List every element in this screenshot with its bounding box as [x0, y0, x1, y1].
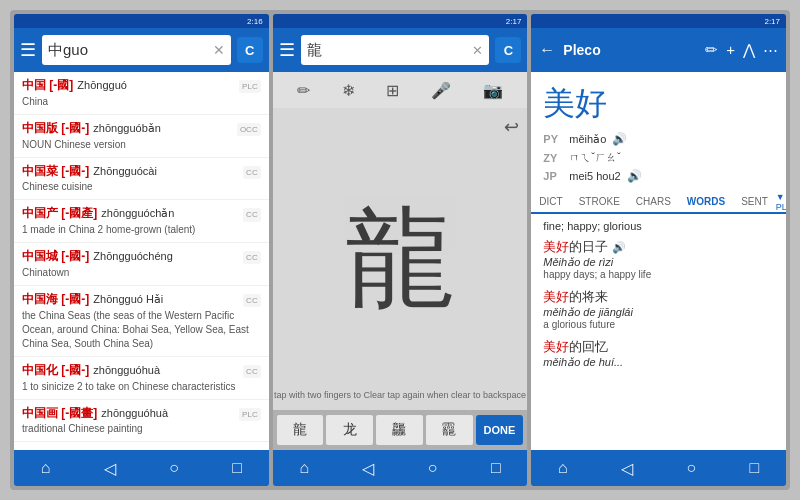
- circle-nav-icon-3[interactable]: ○: [687, 459, 697, 477]
- example-block-1[interactable]: 美好的日子 🔊 Měihǎo de rìzi happy days; a hap…: [543, 238, 774, 280]
- drawn-character: 龍: [345, 185, 455, 334]
- drawing-hint: tap with two fingers to Clear tap again …: [274, 390, 526, 400]
- p2-toolbar: ✏ ❄ ⊞ 🎤 📷: [273, 72, 528, 108]
- camera-icon[interactable]: 📷: [483, 81, 503, 100]
- jp-speaker-icon[interactable]: 🔊: [627, 169, 642, 183]
- example-block-3[interactable]: 美好的回忆 měihǎo de huí...: [543, 338, 774, 369]
- pencil-icon[interactable]: ✏: [297, 81, 310, 100]
- screenshot-container: 2:16 ☰ 中guo ✕ C 中国 [-國] Zhōngguó PLC Chi…: [10, 10, 790, 490]
- p3-content: fine; happy; glorious 美好的日子 🔊 Měihǎo de …: [531, 214, 786, 450]
- list-item[interactable]: 中国化 [-國-] zhōngguóhuà CC 1 to sinicize 2…: [14, 357, 269, 400]
- chinese-text: 中国菜 [-國-]: [22, 163, 89, 180]
- chinese-text: 中国版 [-國-]: [22, 120, 89, 137]
- p2-bottom-bar: ⌂ ◁ ○ □: [273, 450, 528, 486]
- zy-row: ZY ㄇㄟˇㄏㄠˇ: [531, 148, 786, 167]
- menu-icon-2[interactable]: ☰: [279, 39, 295, 61]
- p3-bottom-bar: ⌂ ◁ ○ □: [531, 450, 786, 486]
- char-suggestion-2[interactable]: 龙: [326, 415, 373, 445]
- circle-nav-icon-2[interactable]: ○: [428, 459, 438, 477]
- menu-icon[interactable]: ☰: [20, 39, 36, 61]
- chinese-text: 中国 [-國]: [22, 77, 73, 94]
- back-nav-icon[interactable]: ◁: [104, 459, 116, 478]
- pinyin-text: Zhōngguó Hǎi: [93, 292, 163, 307]
- search-bar-1[interactable]: 中guo ✕: [42, 35, 231, 65]
- pinyin-text: Zhōngguóchéng: [93, 249, 173, 264]
- home-icon[interactable]: ⌂: [41, 459, 51, 477]
- example-chinese-1: 美好的日子 🔊: [543, 238, 774, 256]
- main-chinese-char: 美好: [531, 72, 786, 130]
- more-icon[interactable]: ⋯: [763, 41, 778, 59]
- list-item[interactable]: 中国产 [-國產] zhōngguóchǎn CC 1 made in Chin…: [14, 200, 269, 243]
- example-chinese-3: 美好的回忆: [543, 338, 774, 356]
- back-icon[interactable]: ←: [539, 41, 555, 59]
- back-nav-icon-2[interactable]: ◁: [362, 459, 374, 478]
- chinese-text: 中国画 [-國畫]: [22, 405, 97, 422]
- example-block-2[interactable]: 美好的将来 měihǎo de jiānglái a glorious futu…: [543, 288, 774, 330]
- drawing-area[interactable]: 龍 ↩ tap with two fingers to Clear tap ag…: [273, 108, 528, 410]
- tab-stroke[interactable]: STROKE: [571, 191, 628, 214]
- circle-nav-icon[interactable]: ○: [169, 459, 179, 477]
- chinese-text: 中国城 [-國-]: [22, 248, 89, 265]
- char-suggestion-1[interactable]: 龍: [277, 415, 324, 445]
- p3-app-title: Pleco: [563, 42, 697, 58]
- description: Chinese cuisine: [22, 180, 261, 194]
- tab-dict[interactable]: DICT: [531, 191, 570, 214]
- p2-search-bar[interactable]: 龍 ✕: [301, 35, 490, 65]
- panel-handwriting: 2:17 ☰ 龍 ✕ C ✏ ❄ ⊞ 🎤 📷 龍 ↩ tap with two …: [273, 14, 528, 486]
- status-bar-3: 2:17: [531, 14, 786, 28]
- example-red-1: 美好: [543, 239, 569, 254]
- grid-icon[interactable]: ⊞: [386, 81, 399, 100]
- status-bar-2: 2:17: [273, 14, 528, 28]
- pinyin-text: zhōngguóbǎn: [93, 121, 161, 136]
- char-suggestion-3[interactable]: 龘: [376, 415, 423, 445]
- square-nav-icon-2[interactable]: □: [491, 459, 501, 477]
- back-nav-icon-3[interactable]: ◁: [621, 459, 633, 478]
- py-label: PY: [543, 133, 563, 145]
- pinyin-text: zhōngguóhuà: [93, 363, 160, 378]
- list-item[interactable]: 中国 [-國] Zhōngguó PLC China: [14, 72, 269, 115]
- description: NOUN Chinese version: [22, 138, 261, 152]
- snowflake-icon[interactable]: ❄: [342, 81, 355, 100]
- square-nav-icon-3[interactable]: □: [750, 459, 760, 477]
- list-item[interactable]: 中国海 [-國-] Zhōngguó Hǎi CC the China Seas…: [14, 286, 269, 357]
- list-item[interactable]: 中国版 [-國-] zhōngguóbǎn OCC NOUN Chinese v…: [14, 115, 269, 158]
- list-item[interactable]: 中国菜 [-國-] Zhōngguócài CC Chinese cuisine: [14, 158, 269, 201]
- add-icon[interactable]: +: [726, 41, 735, 59]
- square-nav-icon[interactable]: □: [232, 459, 242, 477]
- time-1: 2:16: [247, 17, 263, 26]
- time-3: 2:17: [764, 17, 780, 26]
- description: 1 to sinicize 2 to take on Chinese chara…: [22, 380, 261, 394]
- p2-search-char: 龍: [307, 41, 322, 60]
- description: the China Seas (the seas of the Western …: [22, 309, 261, 351]
- list-item[interactable]: 中国城 [-國-] Zhōngguóchéng CC Chinatown: [14, 243, 269, 286]
- done-button[interactable]: DONE: [476, 415, 524, 445]
- tab-chars[interactable]: CHARS: [628, 191, 679, 214]
- pinyin-text: Zhōngguó: [77, 78, 127, 93]
- expand-icon[interactable]: ⋀: [743, 41, 755, 59]
- example-speaker-1[interactable]: 🔊: [612, 241, 626, 253]
- p3-header: ← Pleco ✏ + ⋀ ⋯: [531, 28, 786, 72]
- tab-words[interactable]: WORDS: [679, 191, 733, 214]
- clear-icon-1[interactable]: ✕: [213, 42, 225, 58]
- p3-action-icons: ✏ + ⋀ ⋯: [705, 41, 778, 59]
- clear-icon-2[interactable]: ✕: [472, 43, 483, 58]
- py-speaker-icon[interactable]: 🔊: [612, 132, 627, 146]
- chinese-text: 中国海 [-國-]: [22, 291, 89, 308]
- c-button-2[interactable]: C: [495, 37, 521, 63]
- undo-icon[interactable]: ↩: [504, 116, 519, 138]
- edit-icon[interactable]: ✏: [705, 41, 718, 59]
- jp-row: JP mei5 hou2 🔊: [531, 167, 786, 185]
- tab-sent[interactable]: SENT: [733, 191, 776, 214]
- zy-label: ZY: [543, 152, 563, 164]
- microphone-icon[interactable]: 🎤: [431, 81, 451, 100]
- chinese-text: 中国产 [-國產]: [22, 205, 97, 222]
- p2-header: ☰ 龍 ✕ C: [273, 28, 528, 72]
- list-item[interactable]: 中国画 [-國畫] zhōngguóhuà PLC traditional Ch…: [14, 400, 269, 443]
- jp-label: JP: [543, 170, 563, 182]
- badge: PLC: [239, 408, 261, 421]
- home-icon-2[interactable]: ⌂: [299, 459, 309, 477]
- c-button-1[interactable]: C: [237, 37, 263, 63]
- char-suggestion-4[interactable]: 龗: [426, 415, 473, 445]
- home-icon-3[interactable]: ⌂: [558, 459, 568, 477]
- example-pinyin-2: měihǎo de jiānglái: [543, 306, 774, 319]
